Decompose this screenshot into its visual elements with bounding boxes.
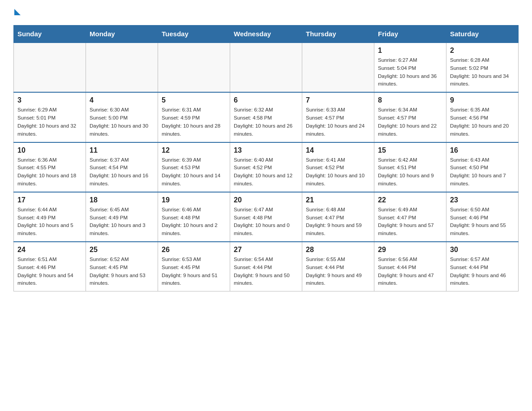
calendar-cell: 10Sunrise: 6:36 AM Sunset: 4:55 PM Dayli… (14, 142, 86, 192)
calendar-cell: 21Sunrise: 6:48 AM Sunset: 4:47 PM Dayli… (302, 192, 374, 242)
calendar-cell: 4Sunrise: 6:30 AM Sunset: 5:00 PM Daylig… (86, 92, 158, 142)
calendar-cell (158, 43, 230, 92)
day-number: 18 (90, 196, 154, 204)
day-info: Sunrise: 6:45 AM Sunset: 4:49 PM Dayligh… (90, 206, 154, 238)
day-info: Sunrise: 6:40 AM Sunset: 4:52 PM Dayligh… (234, 156, 298, 188)
calendar-cell: 28Sunrise: 6:55 AM Sunset: 4:44 PM Dayli… (302, 242, 374, 291)
day-number: 8 (378, 96, 442, 104)
calendar-week-row: 24Sunrise: 6:51 AM Sunset: 4:46 PM Dayli… (14, 242, 519, 291)
calendar-table: SundayMondayTuesdayWednesdayThursdayFrid… (13, 25, 519, 291)
calendar-week-row: 1Sunrise: 6:27 AM Sunset: 5:04 PM Daylig… (14, 43, 519, 92)
calendar-header-saturday: Saturday (446, 26, 519, 43)
logo-triangle-icon (14, 9, 21, 15)
day-number: 20 (234, 196, 298, 204)
calendar-cell: 3Sunrise: 6:29 AM Sunset: 5:01 PM Daylig… (14, 92, 86, 142)
calendar-cell: 26Sunrise: 6:53 AM Sunset: 4:45 PM Dayli… (158, 242, 230, 291)
calendar-cell: 14Sunrise: 6:41 AM Sunset: 4:52 PM Dayli… (302, 142, 374, 192)
calendar-cell: 6Sunrise: 6:32 AM Sunset: 4:58 PM Daylig… (230, 92, 302, 142)
day-number: 13 (234, 146, 298, 154)
calendar-cell: 11Sunrise: 6:37 AM Sunset: 4:54 PM Dayli… (86, 142, 158, 192)
day-info: Sunrise: 6:54 AM Sunset: 4:44 PM Dayligh… (234, 256, 298, 287)
day-number: 9 (450, 96, 515, 104)
calendar-cell (230, 43, 302, 92)
calendar-cell: 7Sunrise: 6:33 AM Sunset: 4:57 PM Daylig… (302, 92, 374, 142)
day-number: 26 (162, 246, 226, 254)
day-info: Sunrise: 6:37 AM Sunset: 4:54 PM Dayligh… (90, 156, 154, 188)
day-info: Sunrise: 6:55 AM Sunset: 4:44 PM Dayligh… (306, 256, 370, 287)
day-number: 12 (162, 146, 226, 154)
day-number: 14 (306, 146, 370, 154)
calendar-cell: 23Sunrise: 6:50 AM Sunset: 4:46 PM Dayli… (446, 192, 519, 242)
day-info: Sunrise: 6:44 AM Sunset: 4:49 PM Dayligh… (17, 206, 82, 238)
day-info: Sunrise: 6:49 AM Sunset: 4:47 PM Dayligh… (378, 206, 442, 238)
day-number: 24 (17, 246, 82, 254)
day-info: Sunrise: 6:57 AM Sunset: 4:44 PM Dayligh… (450, 256, 515, 287)
calendar-week-row: 10Sunrise: 6:36 AM Sunset: 4:55 PM Dayli… (14, 142, 519, 192)
day-number: 11 (90, 146, 154, 154)
calendar-header-monday: Monday (86, 26, 158, 43)
logo (13, 9, 21, 16)
day-info: Sunrise: 6:33 AM Sunset: 4:57 PM Dayligh… (306, 106, 370, 138)
calendar-week-row: 3Sunrise: 6:29 AM Sunset: 5:01 PM Daylig… (14, 92, 519, 142)
calendar-cell: 5Sunrise: 6:31 AM Sunset: 4:59 PM Daylig… (158, 92, 230, 142)
calendar-cell: 19Sunrise: 6:46 AM Sunset: 4:48 PM Dayli… (158, 192, 230, 242)
day-number: 30 (450, 246, 515, 254)
day-number: 17 (17, 196, 82, 204)
day-number: 4 (90, 96, 154, 104)
calendar-cell: 17Sunrise: 6:44 AM Sunset: 4:49 PM Dayli… (14, 192, 86, 242)
calendar-cell (302, 43, 374, 92)
day-number: 19 (162, 196, 226, 204)
day-info: Sunrise: 6:42 AM Sunset: 4:51 PM Dayligh… (378, 156, 442, 188)
day-info: Sunrise: 6:27 AM Sunset: 5:04 PM Dayligh… (378, 56, 442, 88)
calendar-header-tuesday: Tuesday (158, 26, 230, 43)
day-info: Sunrise: 6:53 AM Sunset: 4:45 PM Dayligh… (162, 256, 226, 287)
day-info: Sunrise: 6:29 AM Sunset: 5:01 PM Dayligh… (17, 106, 82, 138)
day-info: Sunrise: 6:32 AM Sunset: 4:58 PM Dayligh… (234, 106, 298, 138)
day-number: 15 (378, 146, 442, 154)
day-info: Sunrise: 6:47 AM Sunset: 4:48 PM Dayligh… (234, 206, 298, 238)
day-info: Sunrise: 6:35 AM Sunset: 4:56 PM Dayligh… (450, 106, 515, 138)
day-info: Sunrise: 6:52 AM Sunset: 4:45 PM Dayligh… (90, 256, 154, 287)
day-info: Sunrise: 6:39 AM Sunset: 4:53 PM Dayligh… (162, 156, 226, 188)
calendar-cell: 1Sunrise: 6:27 AM Sunset: 5:04 PM Daylig… (374, 43, 446, 92)
day-info: Sunrise: 6:48 AM Sunset: 4:47 PM Dayligh… (306, 206, 370, 238)
day-number: 7 (306, 96, 370, 104)
day-info: Sunrise: 6:41 AM Sunset: 4:52 PM Dayligh… (306, 156, 370, 188)
day-number: 3 (17, 96, 82, 104)
day-info: Sunrise: 6:30 AM Sunset: 5:00 PM Dayligh… (90, 106, 154, 138)
day-number: 10 (17, 146, 82, 154)
calendar-cell: 15Sunrise: 6:42 AM Sunset: 4:51 PM Dayli… (374, 142, 446, 192)
calendar-cell: 13Sunrise: 6:40 AM Sunset: 4:52 PM Dayli… (230, 142, 302, 192)
calendar-cell: 8Sunrise: 6:34 AM Sunset: 4:57 PM Daylig… (374, 92, 446, 142)
day-number: 27 (234, 246, 298, 254)
calendar-cell (86, 43, 158, 92)
day-number: 1 (378, 47, 442, 55)
calendar-cell: 20Sunrise: 6:47 AM Sunset: 4:48 PM Dayli… (230, 192, 302, 242)
calendar-cell: 2Sunrise: 6:28 AM Sunset: 5:02 PM Daylig… (446, 43, 519, 92)
calendar-header-wednesday: Wednesday (230, 26, 302, 43)
calendar-header-row: SundayMondayTuesdayWednesdayThursdayFrid… (14, 26, 519, 43)
calendar-cell: 16Sunrise: 6:43 AM Sunset: 4:50 PM Dayli… (446, 142, 519, 192)
day-number: 28 (306, 246, 370, 254)
day-info: Sunrise: 6:28 AM Sunset: 5:02 PM Dayligh… (450, 56, 515, 88)
calendar-header-friday: Friday (374, 26, 446, 43)
day-info: Sunrise: 6:56 AM Sunset: 4:44 PM Dayligh… (378, 256, 442, 287)
day-number: 16 (450, 146, 515, 154)
calendar-week-row: 17Sunrise: 6:44 AM Sunset: 4:49 PM Dayli… (14, 192, 519, 242)
day-info: Sunrise: 6:31 AM Sunset: 4:59 PM Dayligh… (162, 106, 226, 138)
day-info: Sunrise: 6:34 AM Sunset: 4:57 PM Dayligh… (378, 106, 442, 138)
calendar-header-sunday: Sunday (14, 26, 86, 43)
day-info: Sunrise: 6:46 AM Sunset: 4:48 PM Dayligh… (162, 206, 226, 238)
calendar-cell: 12Sunrise: 6:39 AM Sunset: 4:53 PM Dayli… (158, 142, 230, 192)
day-number: 25 (90, 246, 154, 254)
calendar-header-thursday: Thursday (302, 26, 374, 43)
day-info: Sunrise: 6:36 AM Sunset: 4:55 PM Dayligh… (17, 156, 82, 188)
calendar-cell: 22Sunrise: 6:49 AM Sunset: 4:47 PM Dayli… (374, 192, 446, 242)
day-number: 22 (378, 196, 442, 204)
day-info: Sunrise: 6:50 AM Sunset: 4:46 PM Dayligh… (450, 206, 515, 238)
day-number: 21 (306, 196, 370, 204)
day-number: 2 (450, 47, 515, 55)
day-number: 23 (450, 196, 515, 204)
calendar-cell: 30Sunrise: 6:57 AM Sunset: 4:44 PM Dayli… (446, 242, 519, 291)
calendar-cell (14, 43, 86, 92)
